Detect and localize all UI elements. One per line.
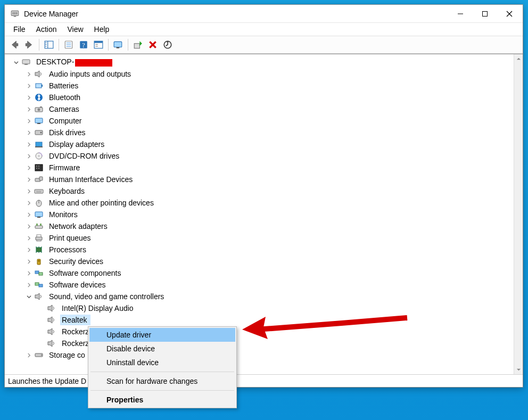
chevron-right-icon[interactable] [25,234,32,242]
tree-item-cameras[interactable]: Cameras [7,103,514,115]
titlebar[interactable]: Device Manager [5,5,523,23]
tree-item-bluetooth[interactable]: Bluetooth [7,92,514,103]
view-devices-button[interactable] [112,38,125,51]
tree-item-swcomp[interactable]: Software components [7,267,514,279]
scroll-up-arrow-icon[interactable] [514,54,523,63]
chevron-right-icon[interactable] [25,82,32,89]
tree-item-monitors[interactable]: Monitors [7,209,514,220]
tree-item-security[interactable]: Security devices [7,256,514,267]
tree-item-computer[interactable]: Computer [7,115,514,127]
svg-rect-25 [117,47,120,48]
tree-root[interactable]: DESKTOP- [7,56,514,68]
svg-rect-12 [45,44,46,45]
tree-item-hid[interactable]: Human Interface Devices [7,174,514,185]
svg-rect-31 [24,64,28,65]
chevron-right-icon[interactable] [25,246,32,253]
forward-button[interactable] [23,38,36,51]
tree-item-batteries[interactable]: Batteries [7,80,514,92]
chevron-right-icon[interactable] [25,351,32,359]
chevron-right-icon[interactable] [25,199,32,207]
context-scan-hardware[interactable]: Scan for hardware changes [89,374,235,388]
svg-rect-56 [39,191,40,191]
tree-item-label: Storage co [47,351,87,359]
chevron-right-icon[interactable] [25,105,32,113]
svg-rect-2 [14,12,15,14]
uninstall-button[interactable] [146,38,159,51]
chevron-right-icon[interactable] [25,269,32,277]
svg-rect-63 [35,226,43,228]
context-update-driver[interactable]: Update driver [89,328,235,342]
tree-item-disk[interactable]: Disk drives [7,127,514,138]
menu-file[interactable]: File [8,24,31,35]
help-button[interactable]: ? [77,38,90,51]
action-menu-button[interactable] [92,38,105,51]
tree-item-audio[interactable]: Audio inputs and outputs [7,68,514,80]
tree-device-item[interactable]: Intel(R) Display Audio [7,302,514,314]
tree-item-label: Rockerz [60,327,90,336]
device-tree[interactable]: DESKTOP- Audio inputs and outputsBatteri… [5,54,514,374]
back-button[interactable] [8,38,21,51]
chevron-right-icon[interactable] [25,176,32,183]
tree-item-network[interactable]: Network adapters [7,220,514,232]
context-separator [90,372,234,372]
tree-item-swdev[interactable]: Software devices [7,279,514,291]
tree-item-display[interactable]: Display adapters [7,138,514,150]
printq-icon [34,233,44,243]
tree-item-label: Audio inputs and outputs [47,70,133,78]
update-driver-button[interactable] [131,38,144,51]
svg-rect-33 [42,85,43,87]
menu-view[interactable]: View [62,24,88,35]
chevron-right-icon[interactable] [25,211,32,218]
chevron-right-icon[interactable] [25,94,32,101]
svg-rect-37 [40,106,42,108]
tree-item-storage[interactable]: Storage co [7,349,514,361]
context-uninstall-device[interactable]: Uninstall device [89,356,235,369]
chevron-right-icon[interactable] [25,258,32,265]
chevron-right-icon[interactable] [25,117,32,125]
tree-item-mice[interactable]: Mice and other pointing devices [7,197,514,209]
properties-button[interactable] [62,38,75,51]
tree-item-printq[interactable]: Print queues [7,232,514,244]
tree-item-label: Disk drives [47,128,87,137]
tree-item-dvd[interactable]: DVD/CD-ROM drives [7,150,514,162]
maximize-button[interactable] [473,6,497,22]
tree-item-label: Print queues [47,234,93,242]
tree-device-item[interactable]: Rockerz [7,326,514,337]
tree-item-label: Keyboards [47,187,86,195]
scroll-down-arrow-icon[interactable] [514,365,523,374]
tree-item-keyboards[interactable]: Keyboards [7,185,514,197]
tree-item-label: Intel(R) Display Audio [60,304,135,312]
chevron-right-icon[interactable] [25,141,32,148]
tree-device-item[interactable]: Rockerz [7,337,514,349]
tree-item-processors[interactable]: Processors [7,244,514,256]
chevron-right-icon[interactable] [25,129,32,136]
chevron-right-icon[interactable] [25,223,32,230]
context-properties[interactable]: Properties [89,393,235,407]
chevron-down-icon[interactable] [25,293,32,300]
console-tree-button[interactable] [43,38,55,51]
tree-item-firmware[interactable]: Firmware [7,162,514,174]
menu-help[interactable]: Help [89,24,115,35]
close-button[interactable] [497,6,522,22]
chevron-down-icon[interactable] [12,59,20,66]
chevron-right-icon[interactable] [25,70,32,78]
chevron-right-icon[interactable] [25,164,32,171]
menu-action[interactable]: Action [31,24,62,35]
tree-item-sound[interactable]: Sound, video and game controllers [7,291,514,302]
swcomp-icon [34,268,44,278]
chevron-right-icon[interactable] [25,281,32,289]
window-title: Device Manager [24,10,78,18]
context-disable-device[interactable]: Disable device [89,342,235,356]
svg-text:?: ? [82,42,85,49]
svg-rect-11 [45,43,46,43]
svg-rect-69 [36,248,42,252]
svg-rect-48 [38,166,39,167]
chevron-right-icon[interactable] [25,152,32,160]
tree-device-item[interactable]: Realtek [7,314,514,326]
minimize-button[interactable] [448,6,473,22]
vertical-scrollbar[interactable] [514,54,523,374]
svg-rect-68 [37,240,41,241]
chevron-right-icon[interactable] [25,187,32,195]
scan-hardware-button[interactable] [161,38,174,51]
tree-item-label: Rockerz [60,339,90,348]
